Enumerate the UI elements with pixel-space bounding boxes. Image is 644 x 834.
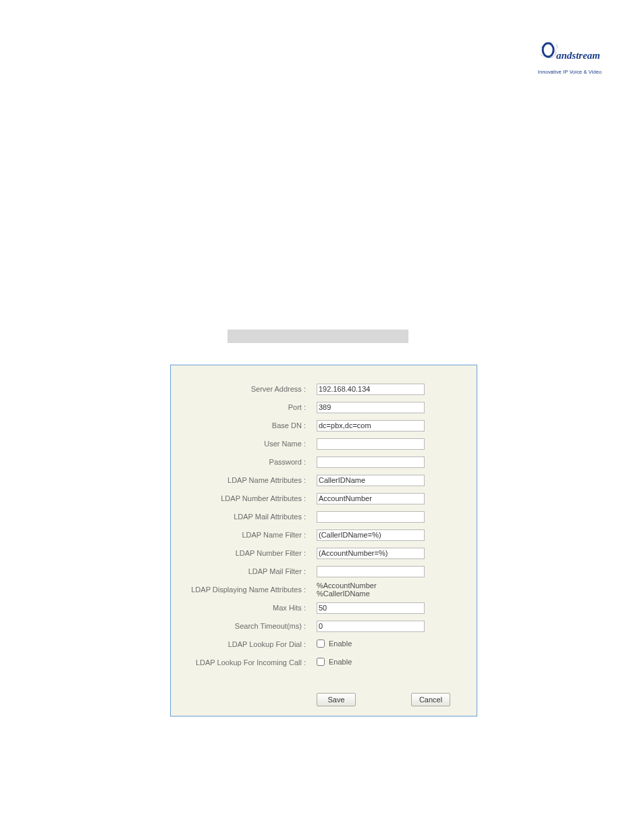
brand-tagline: Innovative IP Voice & Video: [536, 70, 603, 75]
row-ldap-lookup-for-dial: LDAP Lookup For Dial : Enable: [171, 637, 477, 652]
input-ldap-number-attributes[interactable]: [317, 493, 425, 504]
input-port[interactable]: [317, 402, 425, 413]
label-ldap-lookup-for-incoming-call: LDAP Lookup For Incoming Call :: [171, 658, 310, 667]
label-ldap-displaying-name-attributes: LDAP Displaying Name Attributes :: [171, 585, 310, 594]
figure-caption-bar: [227, 330, 408, 343]
checkbox-ldap-lookup-for-incoming-call-wrap[interactable]: Enable: [317, 658, 352, 666]
input-ldap-name-filter[interactable]: [317, 529, 425, 541]
ldap-config-panel: Server Address : Port : Base DN : User N…: [170, 365, 477, 716]
label-ldap-number-filter: LDAP Number Filter :: [171, 549, 310, 557]
label-user-name: User Name :: [171, 440, 310, 448]
row-user-name: User Name :: [171, 436, 477, 451]
checkbox-label-incoming: Enable: [329, 658, 352, 666]
button-row: Save Cancel: [171, 693, 622, 706]
row-ldap-name-attributes: LDAP Name Attributes :: [171, 473, 477, 488]
row-base-dn: Base DN :: [171, 418, 477, 433]
row-ldap-mail-attributes: LDAP Mail Attributes :: [171, 509, 477, 524]
cancel-button[interactable]: Cancel: [411, 693, 450, 706]
label-max-hits: Max Hits :: [171, 604, 310, 612]
row-ldap-number-attributes: LDAP Number Attributes :: [171, 491, 477, 506]
label-base-dn: Base DN :: [171, 421, 310, 429]
row-ldap-name-filter: LDAP Name Filter :: [171, 527, 477, 542]
input-ldap-mail-filter[interactable]: [317, 566, 425, 577]
row-search-timeout: Search Timeout(ms) :: [171, 619, 477, 633]
input-ldap-number-filter[interactable]: [317, 548, 425, 559]
label-ldap-mail-attributes: LDAP Mail Attributes :: [171, 513, 310, 521]
input-password[interactable]: [317, 457, 425, 468]
input-base-dn[interactable]: [317, 420, 425, 432]
label-ldap-lookup-for-dial: LDAP Lookup For Dial :: [171, 640, 310, 648]
row-ldap-mail-filter: LDAP Mail Filter :: [171, 564, 477, 579]
label-ldap-mail-filter: LDAP Mail Filter :: [171, 567, 310, 575]
checkbox-ldap-lookup-for-dial-wrap[interactable]: Enable: [317, 640, 352, 648]
label-ldap-name-filter: LDAP Name Filter :: [171, 531, 310, 539]
checkbox-label-dial: Enable: [329, 640, 352, 648]
row-ldap-lookup-for-incoming-call: LDAP Lookup For Incoming Call : Enable: [171, 655, 477, 670]
input-ldap-name-attributes[interactable]: [317, 475, 425, 486]
svg-text:andstream: andstream: [556, 50, 600, 61]
brand-logo: andstream Innovative IP Voice & Video: [536, 39, 603, 75]
text-ldap-displaying-name-attributes: %AccountNumber %CallerIDName: [317, 581, 377, 598]
row-max-hits: Max Hits :: [171, 600, 477, 615]
save-button[interactable]: Save: [317, 693, 356, 706]
input-max-hits[interactable]: [317, 602, 425, 614]
row-ldap-number-filter: LDAP Number Filter :: [171, 546, 477, 561]
input-server-address[interactable]: [317, 384, 425, 395]
input-ldap-mail-attributes[interactable]: [317, 511, 425, 523]
grandstream-logo-icon: andstream: [536, 39, 603, 66]
row-port: Port :: [171, 400, 477, 415]
document-page: andstream Innovative IP Voice & Video Se…: [0, 0, 644, 834]
label-password: Password :: [171, 458, 310, 466]
label-port: Port :: [171, 403, 310, 411]
checkbox-ldap-lookup-for-incoming-call[interactable]: [317, 658, 325, 666]
checkbox-ldap-lookup-for-dial[interactable]: [317, 640, 325, 648]
row-ldap-displaying-name-attributes: LDAP Displaying Name Attributes : %Accou…: [171, 582, 477, 597]
svg-point-0: [543, 43, 554, 57]
input-search-timeout[interactable]: [317, 621, 425, 632]
label-ldap-name-attributes: LDAP Name Attributes :: [171, 476, 310, 484]
row-server-address: Server Address :: [171, 382, 477, 396]
row-password: Password :: [171, 454, 477, 469]
label-ldap-number-attributes: LDAP Number Attributes :: [171, 494, 310, 502]
label-server-address: Server Address :: [171, 385, 310, 393]
input-user-name[interactable]: [317, 438, 425, 450]
label-search-timeout: Search Timeout(ms) :: [171, 622, 310, 630]
